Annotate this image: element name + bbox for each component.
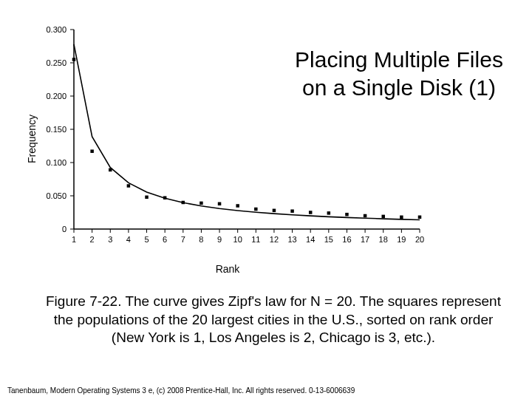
svg-text:15: 15 bbox=[324, 235, 333, 244]
svg-text:1: 1 bbox=[72, 235, 76, 244]
svg-text:17: 17 bbox=[361, 235, 369, 244]
svg-text:0: 0 bbox=[62, 225, 66, 233]
svg-text:11: 11 bbox=[251, 235, 260, 244]
svg-text:0.200: 0.200 bbox=[46, 92, 66, 100]
svg-rect-63 bbox=[200, 202, 203, 205]
svg-rect-70 bbox=[327, 211, 331, 215]
svg-rect-64 bbox=[218, 202, 222, 206]
svg-text:0.300: 0.300 bbox=[46, 25, 66, 34]
svg-text:0.050: 0.050 bbox=[46, 191, 66, 200]
svg-text:8: 8 bbox=[199, 235, 203, 244]
svg-text:3: 3 bbox=[108, 235, 112, 244]
slide-title: Placing Multiple Files on a Single Disk … bbox=[281, 46, 517, 101]
figure-caption: Figure 7-22. The curve gives Zipf's law … bbox=[37, 293, 510, 347]
svg-rect-74 bbox=[400, 216, 403, 219]
svg-text:9: 9 bbox=[217, 235, 222, 244]
svg-text:4: 4 bbox=[126, 235, 131, 244]
svg-text:0.100: 0.100 bbox=[46, 158, 66, 167]
svg-rect-58 bbox=[109, 168, 112, 172]
svg-text:13: 13 bbox=[287, 235, 296, 244]
svg-rect-61 bbox=[163, 196, 167, 200]
svg-rect-67 bbox=[273, 209, 276, 213]
svg-rect-69 bbox=[309, 211, 313, 214]
svg-rect-68 bbox=[290, 209, 294, 213]
svg-rect-73 bbox=[381, 215, 385, 219]
svg-rect-66 bbox=[254, 208, 258, 211]
svg-text:10: 10 bbox=[233, 235, 242, 244]
svg-text:7: 7 bbox=[181, 235, 185, 244]
svg-text:0.250: 0.250 bbox=[46, 58, 66, 67]
svg-rect-62 bbox=[182, 201, 185, 205]
svg-text:2: 2 bbox=[90, 235, 95, 244]
svg-text:12: 12 bbox=[270, 235, 279, 244]
svg-rect-57 bbox=[90, 149, 94, 153]
svg-text:6: 6 bbox=[163, 235, 167, 244]
svg-text:0.150: 0.150 bbox=[46, 125, 66, 134]
svg-text:5: 5 bbox=[144, 235, 149, 244]
svg-rect-72 bbox=[364, 214, 367, 218]
svg-rect-75 bbox=[418, 216, 422, 219]
svg-rect-60 bbox=[145, 196, 149, 200]
svg-rect-71 bbox=[345, 213, 349, 216]
svg-rect-56 bbox=[72, 58, 76, 61]
svg-text:18: 18 bbox=[379, 235, 388, 244]
svg-rect-59 bbox=[127, 184, 131, 188]
svg-text:16: 16 bbox=[342, 235, 351, 244]
svg-text:20: 20 bbox=[415, 235, 424, 244]
svg-rect-65 bbox=[236, 204, 239, 208]
svg-text:19: 19 bbox=[397, 235, 406, 244]
x-axis-label: Rank bbox=[21, 263, 434, 275]
svg-text:14: 14 bbox=[306, 235, 315, 244]
copyright-footer: Tanenbaum, Modern Operating Systems 3 e,… bbox=[7, 386, 525, 395]
